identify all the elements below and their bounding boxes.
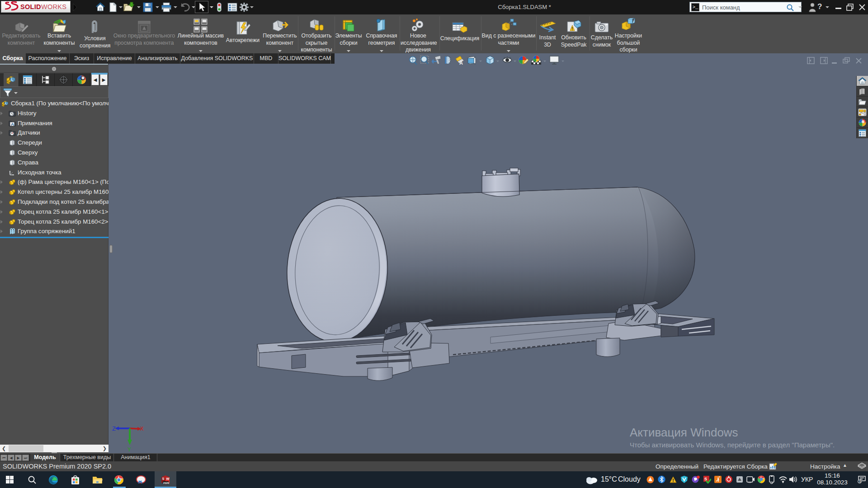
svg-text:3: 3 [859,479,861,483]
svg-text:A: A [11,121,14,126]
svg-text:W: W [166,477,170,481]
svg-text:Z: Z [112,426,116,432]
svg-text:A: A [459,60,463,66]
svg-text:X: X [140,426,144,432]
svg-text:S: S [162,477,165,481]
svg-text:Y: Y [127,446,131,453]
svg-text:2020: 2020 [163,482,170,484]
svg-text:SOLID: SOLID [20,3,41,10]
svg-text:WORKS: WORKS [41,3,66,10]
